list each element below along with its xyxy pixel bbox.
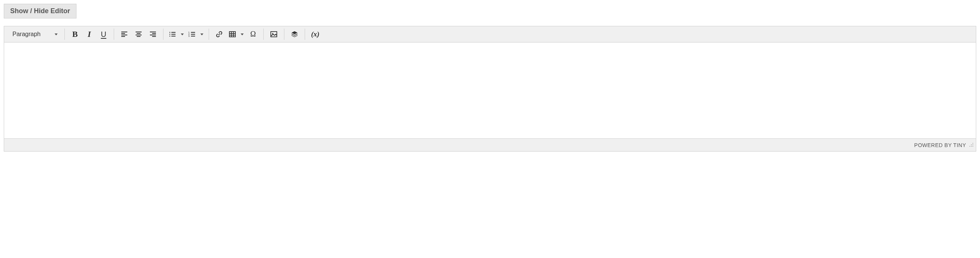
svg-rect-24: [229, 32, 235, 37]
svg-text:Ω: Ω: [250, 30, 256, 38]
toggle-editor-button[interactable]: Show / Hide Editor: [4, 4, 76, 18]
toolbar-separator: [114, 28, 114, 40]
editor-toolbar: Paragraph B I U: [4, 26, 976, 43]
svg-point-16: [170, 36, 170, 36]
link-button[interactable]: [212, 28, 226, 41]
link-icon: [215, 30, 223, 38]
resize-handle[interactable]: [968, 142, 974, 148]
toolbar-separator: [263, 28, 264, 40]
underline-icon: U: [101, 30, 106, 39]
toolbar-separator: [208, 28, 209, 40]
svg-point-36: [971, 146, 972, 147]
numbered-list-button[interactable]: 123: [186, 28, 206, 41]
table-button[interactable]: [226, 28, 246, 41]
align-left-button[interactable]: [117, 28, 132, 41]
svg-point-33: [971, 144, 972, 145]
align-center-button[interactable]: [132, 28, 146, 41]
numbered-list-icon: 123: [188, 30, 196, 38]
editor-content-area[interactable]: [4, 43, 976, 138]
toolbar-separator: [64, 28, 65, 40]
toolbar-separator: [284, 28, 284, 40]
toolbar-separator: [163, 28, 164, 40]
align-center-icon: [135, 30, 142, 38]
branding-label: POWERED BY TINY: [914, 142, 966, 148]
bullet-list-button[interactable]: [167, 28, 186, 41]
svg-point-32: [972, 143, 973, 144]
table-icon: [229, 30, 236, 38]
italic-icon: I: [88, 29, 91, 39]
editor-statusbar: POWERED BY TINY: [4, 138, 976, 151]
svg-point-12: [170, 32, 170, 33]
svg-point-35: [969, 146, 970, 147]
underline-button[interactable]: U: [96, 28, 111, 41]
italic-button[interactable]: I: [82, 28, 96, 41]
variable-button[interactable]: (x): [308, 28, 322, 41]
image-icon: [270, 30, 278, 38]
resize-icon: [968, 142, 974, 147]
special-character-button[interactable]: Ω: [246, 28, 260, 41]
align-left-icon: [121, 30, 128, 38]
layers-icon: [291, 30, 298, 38]
editor-container: Paragraph B I U: [4, 26, 976, 152]
svg-point-37: [972, 146, 973, 147]
omega-icon: Ω: [249, 30, 257, 38]
toolbar-separator: [305, 28, 305, 40]
image-button[interactable]: [267, 28, 281, 41]
variable-icon: (x): [311, 30, 320, 38]
chevron-down-icon: [200, 33, 204, 35]
chevron-down-icon: [241, 33, 244, 35]
svg-text:3: 3: [188, 35, 190, 37]
chevron-down-icon: [55, 33, 57, 35]
bullet-list-icon: [169, 30, 176, 38]
bold-button[interactable]: B: [68, 28, 82, 41]
svg-point-34: [972, 144, 973, 145]
format-select-label: Paragraph: [13, 31, 41, 38]
chevron-down-icon: [181, 33, 184, 35]
align-right-icon: [149, 30, 157, 38]
svg-point-14: [170, 34, 170, 35]
widget-button[interactable]: [287, 28, 302, 41]
format-select[interactable]: Paragraph: [9, 28, 61, 40]
align-right-button[interactable]: [146, 28, 160, 41]
bold-icon: B: [72, 29, 78, 39]
